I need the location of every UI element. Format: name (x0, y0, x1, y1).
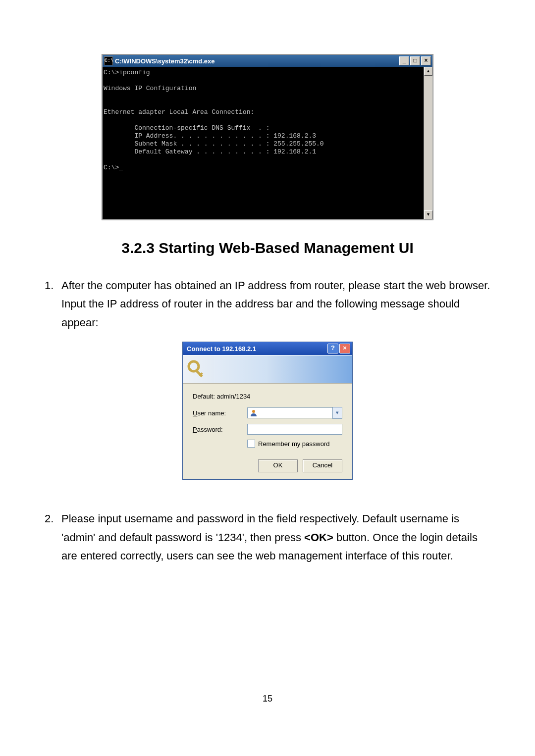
step-1: 1. After the computer has obtained an IP… (45, 276, 490, 332)
scroll-track[interactable] (424, 76, 432, 210)
login-title: Connect to 192.168.2.1 (185, 345, 326, 353)
username-field[interactable] (247, 407, 332, 418)
remember-password-row[interactable]: Remember my password (247, 440, 342, 448)
password-field[interactable] (247, 424, 342, 435)
scroll-down-icon[interactable]: ▾ (424, 210, 432, 219)
cmd-output: C:\>ipconfig Windows IP Configuration Et… (103, 67, 424, 219)
login-banner (183, 355, 352, 384)
login-dialog: Connect to 192.168.2.1 ? × Default: admi… (182, 342, 353, 480)
username-label: User name: (193, 409, 247, 417)
user-icon (250, 409, 258, 417)
cmd-window: C:\ C:\WINDOWS\system32\cmd.exe _ □ × C:… (102, 54, 433, 220)
cmd-app-icon: C:\ (104, 56, 113, 65)
svg-point-3 (252, 410, 255, 413)
dialog-close-button[interactable]: × (339, 344, 350, 353)
cmd-scrollbar[interactable]: ▴ ▾ (424, 67, 432, 219)
cmd-titlebar: C:\ C:\WINDOWS\system32\cmd.exe _ □ × (103, 55, 432, 67)
ok-button[interactable]: OK (258, 459, 298, 472)
password-label: Password: (193, 426, 247, 433)
section-heading: 3.2.3 Starting Web-Based Management UI (45, 240, 490, 256)
maximize-button[interactable]: □ (410, 56, 420, 65)
minimize-button[interactable]: _ (399, 56, 409, 65)
step-1-text: After the computer has obtained an IP ad… (61, 276, 490, 332)
help-button[interactable]: ? (327, 344, 338, 353)
remember-password-checkbox[interactable] (247, 440, 255, 448)
page-number: 15 (45, 694, 490, 704)
remember-password-label: Remember my password (258, 440, 330, 448)
login-titlebar: Connect to 192.168.2.1 ? × (183, 342, 352, 355)
scroll-up-icon[interactable]: ▴ (424, 67, 432, 76)
username-dropdown-button[interactable]: ▾ (332, 407, 342, 419)
cmd-title: C:\WINDOWS\system32\cmd.exe (115, 57, 399, 65)
step-1-number: 1. (45, 276, 61, 332)
cancel-button[interactable]: Cancel (303, 459, 342, 472)
key-icon (187, 359, 207, 379)
step-2: 2. Please input username and password in… (45, 509, 490, 565)
step-2-number: 2. (45, 509, 61, 565)
close-button[interactable]: × (421, 56, 431, 65)
step-2-text: Please input username and password in th… (61, 509, 490, 565)
login-realm: Default: admin/1234 (193, 393, 342, 400)
